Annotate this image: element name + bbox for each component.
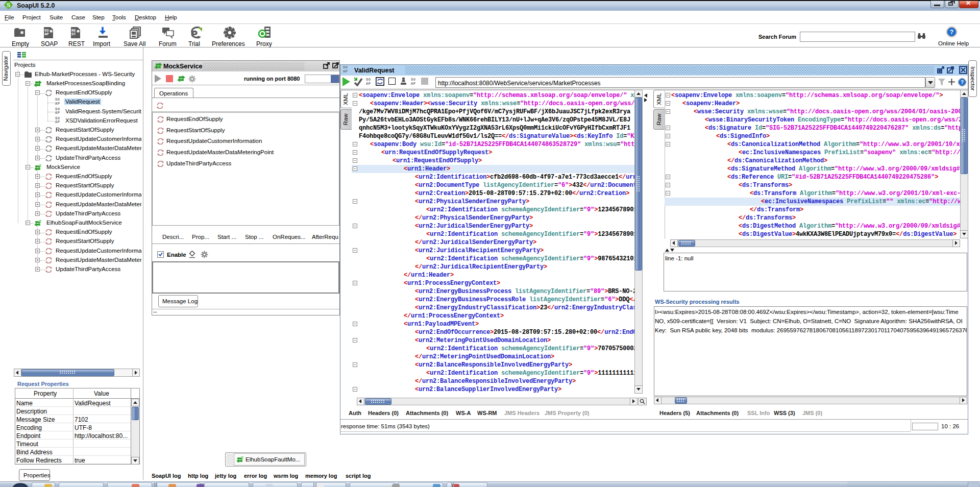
svg-text:AP: AP (44, 32, 48, 36)
svg-text:✱: ✱ (77, 29, 80, 34)
svg-text:✱: ✱ (50, 29, 53, 34)
svg-text:?: ? (950, 29, 953, 36)
svg-text:ST: ST (71, 32, 76, 36)
svg-text:✱: ✱ (20, 30, 24, 35)
svg-text:?: ? (961, 80, 964, 85)
svg-text:S: S (7, 1, 10, 9)
